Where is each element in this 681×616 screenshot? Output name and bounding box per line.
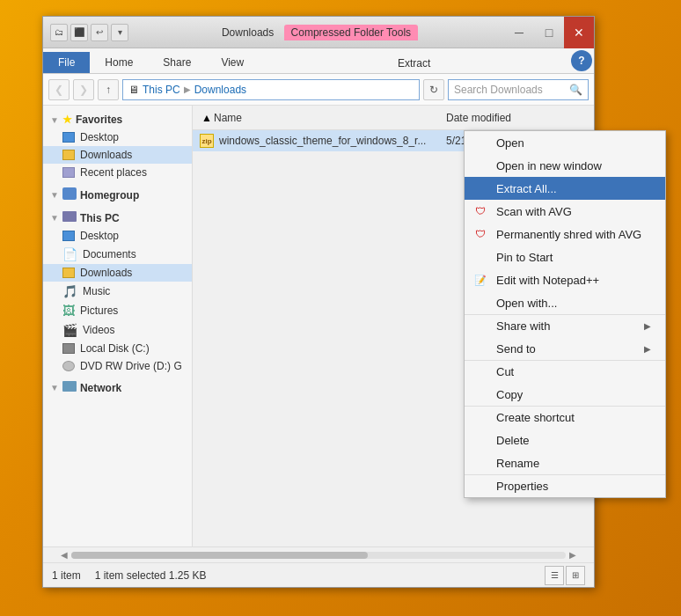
homegroup-label: Homegroup bbox=[80, 189, 139, 202]
scrollbar-track[interactable] bbox=[71, 552, 566, 559]
search-icon[interactable]: 🔍 bbox=[569, 84, 582, 96]
scroll-left-icon[interactable]: ◀ bbox=[61, 550, 68, 560]
localdisk-icon bbox=[62, 343, 75, 354]
ribbon-help-button[interactable]: ? bbox=[571, 50, 592, 71]
sidebar-label: DVD RW Drive (D:) G bbox=[80, 360, 182, 372]
search-box[interactable]: Search Downloads 🔍 bbox=[448, 79, 589, 100]
sidebar-label: Recent places bbox=[80, 166, 147, 179]
scrollbar-thumb[interactable] bbox=[71, 552, 368, 559]
view-details-button[interactable]: ☰ bbox=[545, 566, 564, 585]
sidebar-item-localdisk[interactable]: Local Disk (C:) bbox=[43, 340, 192, 357]
sidebar-header-favorites[interactable]: ▼ ★ Favorites bbox=[43, 111, 192, 128]
ctx-copy[interactable]: Copy bbox=[465, 383, 665, 406]
path-downloads[interactable]: Downloads bbox=[194, 84, 246, 96]
ctx-properties[interactable]: Properties bbox=[465, 474, 665, 497]
tab-home[interactable]: Home bbox=[90, 52, 148, 73]
network-label: Network bbox=[80, 382, 121, 394]
system-icon: 🗂 bbox=[50, 24, 68, 41]
scroll-right-icon[interactable]: ▶ bbox=[569, 550, 576, 560]
ribbon-tabs: File Home Share View Extract ? bbox=[43, 48, 594, 73]
context-menu: Open Open in new window Extract All... 🛡… bbox=[464, 130, 666, 498]
sidebar-label: Documents bbox=[83, 248, 136, 260]
item-count: 1 item bbox=[52, 569, 81, 582]
ctx-delete-label: Delete bbox=[496, 434, 530, 447]
ctx-share-with-label: Share with bbox=[496, 319, 550, 333]
desktop-icon bbox=[62, 132, 75, 143]
view-icons-button[interactable]: ⊞ bbox=[566, 566, 585, 585]
ctx-extract-all[interactable]: Extract All... bbox=[465, 177, 665, 200]
sidebar-section-thispc: ▼ This PC Desktop 📄 Documents Download bbox=[43, 209, 192, 375]
ctx-create-shortcut[interactable]: Create shortcut bbox=[465, 406, 665, 429]
favorites-star-icon: ★ bbox=[62, 114, 72, 126]
sidebar-item-dvd[interactable]: DVD RW Drive (D:) G bbox=[43, 357, 192, 375]
up-button[interactable]: ↑ bbox=[98, 79, 119, 100]
ctx-delete[interactable]: Delete bbox=[465, 429, 665, 451]
ctx-cut[interactable]: Cut bbox=[465, 360, 665, 383]
desktop-icon bbox=[62, 231, 75, 241]
sidebar-label: Desktop bbox=[80, 230, 119, 242]
file-name: windows_classic_theme_for_windows_8_r... bbox=[219, 135, 441, 147]
sidebar-item-desktop-pc[interactable]: Desktop bbox=[43, 227, 192, 245]
maximize-button[interactable]: □ bbox=[534, 17, 564, 48]
address-path[interactable]: 🖥 This PC ▶ Downloads bbox=[122, 79, 420, 100]
sidebar-item-music[interactable]: 🎵 Music bbox=[43, 282, 192, 301]
title-bar: 🗂 ⬛ ↩ ▾ Downloads Compressed Folder Tool… bbox=[43, 17, 594, 48]
sidebar-header-network[interactable]: ▼ Network bbox=[43, 378, 192, 397]
sidebar-header-homegroup[interactable]: ▼ Homegroup bbox=[43, 185, 192, 205]
ctx-copy-label: Copy bbox=[496, 388, 523, 401]
ctx-scan-avg-label: Scan with AVG bbox=[496, 205, 572, 218]
undo-icon[interactable]: ↩ bbox=[91, 24, 108, 41]
col-header-name[interactable]: Name bbox=[214, 112, 446, 124]
ctx-share-with[interactable]: Share with ▶ bbox=[465, 314, 665, 337]
dvd-icon bbox=[62, 361, 75, 371]
sidebar-item-desktop-fav[interactable]: Desktop bbox=[43, 128, 192, 146]
sidebar-label: Music bbox=[83, 285, 110, 297]
col-header-date[interactable]: Date modified bbox=[446, 112, 587, 124]
ctx-edit-notepad[interactable]: 📝 Edit with Notepad++ bbox=[465, 268, 665, 291]
ctx-edit-notepad-label: Edit with Notepad++ bbox=[496, 274, 599, 287]
path-this-pc[interactable]: This PC bbox=[143, 84, 180, 96]
sidebar-section-network: ▼ Network bbox=[43, 378, 192, 397]
ctx-open[interactable]: Open bbox=[465, 131, 665, 154]
ctx-shred-avg[interactable]: 🛡 Permanently shred with AVG bbox=[465, 223, 665, 246]
ctx-properties-label: Properties bbox=[496, 480, 548, 493]
recent-icon bbox=[62, 167, 75, 178]
sidebar-item-documents[interactable]: 📄 Documents bbox=[43, 245, 192, 264]
refresh-button[interactable]: ↻ bbox=[423, 79, 444, 100]
tab-view[interactable]: View bbox=[206, 52, 259, 73]
ctx-send-to[interactable]: Send to ▶ bbox=[465, 337, 665, 360]
tab-share[interactable]: Share bbox=[148, 52, 206, 73]
folder-tools-tab[interactable]: Compressed Folder Tools bbox=[284, 25, 419, 40]
sidebar-item-downloads-fav[interactable]: Downloads bbox=[43, 146, 192, 164]
ctx-pin-start[interactable]: Pin to Start bbox=[465, 246, 665, 268]
sidebar-item-downloads-pc[interactable]: Downloads bbox=[43, 264, 192, 282]
ctx-open-with[interactable]: Open with... bbox=[465, 291, 665, 314]
ctx-rename[interactable]: Rename bbox=[465, 451, 665, 474]
thispc-label: This PC bbox=[80, 212, 120, 224]
tab-file[interactable]: File bbox=[43, 52, 90, 73]
forward-button[interactable]: ❯ bbox=[73, 79, 94, 100]
sidebar-item-pictures[interactable]: 🖼 Pictures bbox=[43, 301, 192, 320]
back-button[interactable]: ❮ bbox=[48, 79, 70, 100]
quick-access-icon[interactable]: ⬛ bbox=[70, 24, 88, 41]
zip-icon: zip bbox=[200, 134, 214, 148]
notepad-icon: 📝 bbox=[473, 273, 487, 287]
ctx-send-to-label: Send to bbox=[496, 342, 536, 356]
minimize-button[interactable]: ─ bbox=[504, 17, 534, 48]
music-icon: 🎵 bbox=[62, 284, 77, 298]
ctx-pin-start-label: Pin to Start bbox=[496, 251, 553, 264]
close-button[interactable]: ✕ bbox=[564, 17, 594, 48]
sidebar-item-recent[interactable]: Recent places bbox=[43, 164, 192, 181]
title-text: Downloads Compressed Folder Tools bbox=[135, 26, 504, 39]
ctx-shred-avg-label: Permanently shred with AVG bbox=[496, 228, 641, 241]
horizontal-scrollbar[interactable]: ◀ ▶ bbox=[43, 546, 594, 562]
sidebar-label: Videos bbox=[83, 324, 114, 336]
chevron-icon: ▼ bbox=[50, 213, 59, 223]
sidebar-header-thispc[interactable]: ▼ This PC bbox=[43, 209, 192, 227]
sidebar-label: Downloads bbox=[80, 267, 132, 279]
ctx-scan-avg[interactable]: 🛡 Scan with AVG bbox=[465, 200, 665, 223]
sidebar-label: Desktop bbox=[80, 131, 119, 143]
dropdown-icon[interactable]: ▾ bbox=[111, 24, 128, 41]
ctx-open-new-window[interactable]: Open in new window bbox=[465, 154, 665, 177]
sidebar-item-videos[interactable]: 🎬 Videos bbox=[43, 320, 192, 340]
